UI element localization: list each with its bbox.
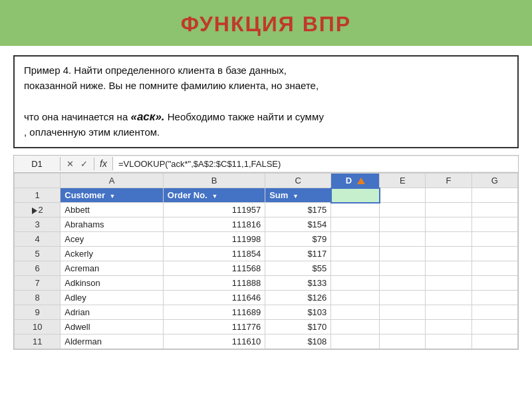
cell-g4[interactable] (471, 232, 517, 247)
table-row: 4Acey111998$79 (15, 232, 518, 247)
cell-a10[interactable]: Adwell (61, 320, 164, 334)
cell-e11[interactable] (380, 334, 426, 349)
table-row: 9Adrian111689$103 (15, 305, 518, 320)
col-f-header: F (426, 173, 471, 188)
cell-e8[interactable] (380, 291, 426, 305)
cell-e5[interactable] (380, 247, 426, 261)
customer-header: Customer ▼ (61, 188, 164, 203)
spreadsheet-wrapper: D1 ✕ ✓ fx A B C D E F G (13, 155, 519, 350)
cell-b4[interactable]: 111998 (163, 232, 265, 247)
cell-f7[interactable] (426, 276, 471, 291)
cell-f10[interactable] (426, 320, 471, 334)
order-filter-icon[interactable]: ▼ (211, 193, 217, 200)
cell-a2[interactable]: Abbett (61, 203, 164, 217)
sum-filter-icon[interactable]: ▼ (293, 193, 299, 200)
cell-b7[interactable]: 111888 (163, 276, 265, 291)
cell-d1[interactable] (331, 188, 380, 203)
cell-a8[interactable]: Adley (61, 291, 164, 305)
cell-d2[interactable] (331, 203, 380, 217)
cell-b8[interactable]: 111646 (163, 291, 265, 305)
row-number-3: 3 (15, 217, 61, 232)
cell-g10[interactable] (471, 320, 517, 334)
cell-d8[interactable] (331, 291, 380, 305)
cell-d11[interactable] (331, 334, 380, 349)
row-number-9: 9 (15, 305, 61, 320)
cell-a9[interactable]: Adrian (61, 305, 164, 320)
cell-c6[interactable]: $55 (265, 261, 331, 276)
spreadsheet-grid: A B C D E F G 1 Customer ▼ Order No (14, 173, 518, 350)
row-number-6: 6 (15, 261, 61, 276)
cell-f11[interactable] (426, 334, 471, 349)
cell-f8[interactable] (426, 291, 471, 305)
cell-d3[interactable] (331, 217, 380, 232)
cell-c9[interactable]: $103 (265, 305, 331, 320)
cell-f9[interactable] (426, 305, 471, 320)
cell-b3[interactable]: 111816 (163, 217, 265, 232)
cell-g8[interactable] (471, 291, 517, 305)
cell-c7[interactable]: $133 (265, 276, 331, 291)
cell-d6[interactable] (331, 261, 380, 276)
cell-a11[interactable]: Alderman (61, 334, 164, 349)
cell-g11[interactable] (471, 334, 517, 349)
cell-b2[interactable]: 111957 (163, 203, 265, 217)
cell-e6[interactable] (380, 261, 426, 276)
order-header: Order No. ▼ (163, 188, 265, 203)
row-number-7: 7 (15, 276, 61, 291)
cell-reference[interactable]: D1 (14, 157, 61, 171)
table-row: 2Abbett111957$175 (15, 203, 518, 217)
cell-d9[interactable] (331, 305, 380, 320)
cell-a5[interactable]: Ackerly (61, 247, 164, 261)
cancel-icon[interactable]: ✕ (65, 158, 76, 170)
cell-f6[interactable] (426, 261, 471, 276)
cell-c11[interactable]: $108 (265, 334, 331, 349)
formula-bar: D1 ✕ ✓ fx (14, 156, 518, 173)
cell-c3[interactable]: $154 (265, 217, 331, 232)
cell-a4[interactable]: Acey (61, 232, 164, 247)
cell-g3[interactable] (471, 217, 517, 232)
cell-f1 (426, 188, 471, 203)
desc-line4: Необходимо также найти и сумму (165, 111, 324, 122)
cell-f2[interactable] (426, 203, 471, 217)
cell-d10[interactable] (331, 320, 380, 334)
corner-cell (15, 173, 61, 188)
confirm-icon[interactable]: ✓ (78, 158, 90, 170)
cell-e7[interactable] (380, 276, 426, 291)
formula-input[interactable] (113, 157, 518, 171)
cell-f4[interactable] (426, 232, 471, 247)
cell-e3[interactable] (380, 217, 426, 232)
cell-g6[interactable] (471, 261, 517, 276)
cell-d7[interactable] (331, 276, 380, 291)
cell-b9[interactable]: 111689 (163, 305, 265, 320)
cell-c8[interactable]: $126 (265, 291, 331, 305)
cell-b5[interactable]: 111854 (163, 247, 265, 261)
cell-d4[interactable] (331, 232, 380, 247)
cell-c5[interactable]: $117 (265, 247, 331, 261)
cell-b6[interactable]: 111568 (163, 261, 265, 276)
table-row: 3Abrahams111816$154 (15, 217, 518, 232)
cell-b11[interactable]: 111610 (163, 334, 265, 349)
cell-c4[interactable]: $79 (265, 232, 331, 247)
cell-c10[interactable]: $170 (265, 320, 331, 334)
cell-c2[interactable]: $175 (265, 203, 331, 217)
row-num-1: 1 (15, 188, 61, 203)
cell-g5[interactable] (471, 247, 517, 261)
cell-g7[interactable] (471, 276, 517, 291)
customer-filter-icon[interactable]: ▼ (110, 193, 116, 200)
cell-a3[interactable]: Abrahams (61, 217, 164, 232)
cell-b10[interactable]: 111776 (163, 320, 265, 334)
cell-g2[interactable] (471, 203, 517, 217)
cell-e10[interactable] (380, 320, 426, 334)
cell-e2[interactable] (380, 203, 426, 217)
cell-d5[interactable] (331, 247, 380, 261)
cell-e9[interactable] (380, 305, 426, 320)
cell-e4[interactable] (380, 232, 426, 247)
table-row: 8Adley111646$126 (15, 291, 518, 305)
cell-a7[interactable]: Adkinson (61, 276, 164, 291)
cell-f5[interactable] (426, 247, 471, 261)
cell-f3[interactable] (426, 217, 471, 232)
page-title: ФУНКЦИЯ ВПР (181, 12, 351, 36)
cell-g9[interactable] (471, 305, 517, 320)
col-g-header: G (471, 173, 517, 188)
cell-a6[interactable]: Acreman (61, 261, 164, 276)
table-header-row: 1 Customer ▼ Order No. ▼ Sum ▼ (15, 188, 518, 203)
